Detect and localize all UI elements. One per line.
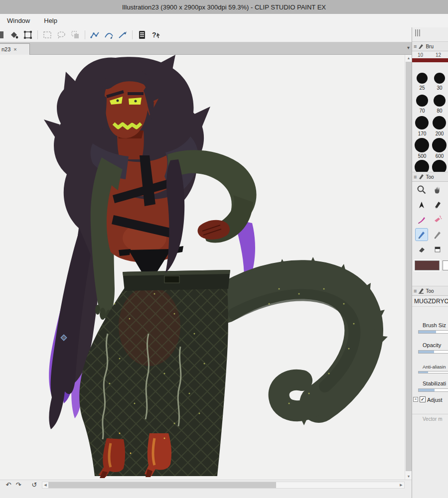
anti-aliasing-control[interactable] [418,371,448,374]
tab-list-chevron-icon[interactable]: ▾ [407,45,410,50]
adjust-checkbox[interactable]: ✓ [420,396,426,402]
brush-size-label: 30 [434,85,446,91]
hand-tool-icon[interactable] [431,183,444,196]
undo-button[interactable]: ↶ [4,481,13,489]
scroll-down-icon[interactable]: ▼ [405,473,412,480]
clipped-tool-icon[interactable] [0,29,6,41]
divider [412,306,448,307]
canvas-vertical-scrollbar[interactable]: ▲ ▼ [405,55,412,480]
status-bar: ↶ ↷ ↺ ◀ ▶ [0,480,412,498]
brush-size-label: 70 [416,108,428,114]
pencil-gray-tool-icon[interactable] [431,228,444,241]
expand-icon[interactable]: + [413,397,418,402]
brush-size-partial: 10 [418,52,423,57]
selected-size-accent [412,58,448,62]
frame-tool-icon[interactable] [22,29,34,41]
toolbar-separator [37,30,38,39]
vector-magnet-label: Vector m [412,414,448,422]
marker-tool-icon[interactable] [431,198,444,211]
canvas-area[interactable] [0,55,405,480]
pen-tool-icon[interactable] [415,198,428,211]
menu-bar: Window Help [0,14,448,27]
brush-size-grid[interactable]: 25 30 70 80 170 200 500 600 [412,63,448,172]
tool-panel-header[interactable]: ≡ Too [412,172,448,182]
clip-studio-paint-window: Illustration23 (3900 x 2900px 300dpi 59.… [0,0,448,498]
window-title: Illustration23 (3900 x 2900px 300dpi 59.… [122,3,326,11]
toolbar-separator [85,30,85,39]
polyline-ruler-icon[interactable] [89,29,101,41]
canvas-horizontal-scrollbar[interactable]: ◀ ▶ [42,482,405,489]
title-bar: Illustration23 (3900 x 2900px 300dpi 59.… [0,0,448,14]
vertical-scroll-thumb[interactable] [406,62,412,471]
brush-size-dot[interactable] [416,95,428,107]
brush-size-label: 80 [434,108,446,114]
menu-window[interactable]: Window [0,14,37,27]
brush-size-dot[interactable] [434,95,446,107]
stabilization-slider-label: Stabilizati [423,380,446,386]
brush-size-label: 170 [416,131,428,136]
command-toolbar: ? [0,27,412,42]
brush-size-panel-header[interactable]: ≡ Bru [412,41,448,51]
secondary-color-swatch[interactable] [443,260,448,270]
eraser-hard-tool-icon[interactable] [431,243,444,256]
tab-illustration23[interactable]: n23 × [0,43,30,55]
stabilization-slider[interactable] [418,388,448,392]
pencil-tool-icon[interactable] [415,228,428,241]
tool-property-title: Too [426,288,434,294]
tab-close-icon[interactable]: × [13,46,16,52]
current-color-swatch[interactable] [415,260,440,270]
line-ruler-icon[interactable] [117,29,129,41]
brush-tool-icon[interactable] [415,213,428,226]
panel-menu-icon[interactable]: ≡ [414,43,417,49]
brush-size-slider-label: Brush Siz [423,322,446,328]
tool-panel-title: Too [426,174,434,180]
tool-property-icon [418,288,424,294]
anti-aliasing-label: Anti-aliasin [423,364,446,370]
history-button[interactable]: ↺ [30,481,39,489]
zoom-tool-icon[interactable] [415,183,428,196]
rect-select-icon[interactable] [41,29,53,41]
brush-size-dot[interactable] [415,116,429,129]
material-panel-icon[interactable] [136,29,148,41]
right-panel: ≡ Bru 10 12 25 30 70 80 170 200 500 600 [412,27,448,498]
scroll-up-icon[interactable]: ▲ [405,55,412,61]
brush-size-slider[interactable] [418,330,448,334]
menu-help[interactable]: Help [37,14,64,27]
fill-tool-icon[interactable] [8,29,20,41]
help-tool-icon[interactable]: ? [150,29,162,41]
curve-ruler-icon[interactable] [103,29,115,41]
brush-size-dot[interactable] [434,73,445,84]
canvas-illustration [0,55,405,480]
redo-button[interactable]: ↷ [14,481,23,489]
eraser-soft-tool-icon[interactable] [415,243,428,256]
brush-size-dot[interactable] [433,116,446,129]
brush-size-label: 25 [416,85,428,91]
brush-size-label: 200 [434,131,446,136]
airbrush-tool-icon[interactable] [431,213,444,226]
brush-size-dot[interactable] [415,160,429,172]
opacity-slider[interactable] [418,350,448,354]
tail [224,257,388,425]
brush-size-dot[interactable] [432,160,447,172]
brush-size-dot[interactable] [415,138,429,152]
brush-size-label: 500 [416,153,428,159]
tool-property-panel-header[interactable]: ≡ Too [412,286,448,296]
brush-panel-title: Bru [426,44,434,49]
scroll-right-icon[interactable]: ▶ [398,482,404,488]
brush-size-dot[interactable] [432,138,447,152]
brush-size-dot[interactable] [417,73,428,84]
sub-tool-name: MUGZDRYO [414,298,448,305]
scroll-left-icon[interactable]: ◀ [42,482,48,488]
toolbar-separator [132,30,133,39]
horizontal-scroll-thumb[interactable] [48,482,276,488]
panel-resize-handle[interactable] [415,29,420,36]
svg-text:?: ? [152,31,156,39]
panel-menu-icon[interactable]: ≡ [414,288,417,294]
quick-select-icon[interactable] [69,29,81,41]
tool-panel-icon [418,174,424,180]
belt [123,270,230,291]
lasso-select-icon[interactable] [55,29,67,41]
opacity-slider-label: Opacity [423,342,441,348]
panel-menu-icon[interactable]: ≡ [414,174,417,180]
brush-size-label: 600 [434,153,446,159]
